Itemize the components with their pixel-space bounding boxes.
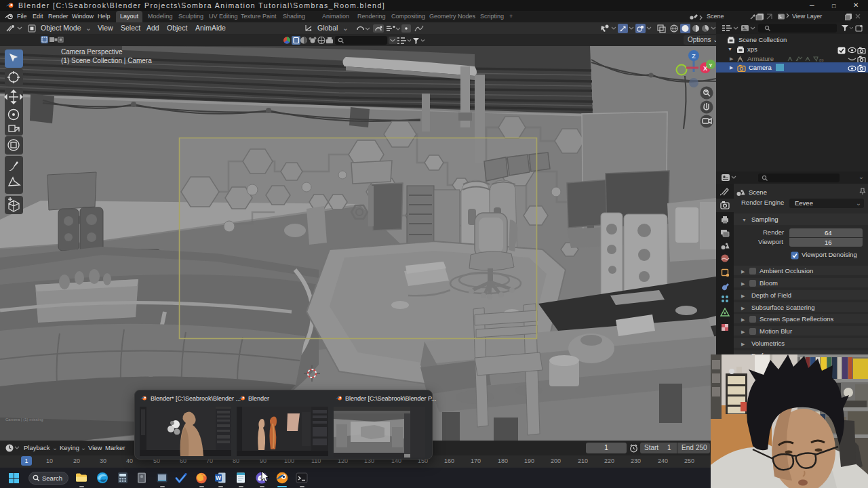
- svg-text:Camera Perspective: Camera Perspective: [61, 48, 123, 56]
- svg-text:W: W: [216, 474, 222, 481]
- svg-text:(1) Scene Collection | Camera: (1) Scene Collection | Camera: [61, 57, 152, 64]
- svg-text:Z: Z: [692, 53, 696, 60]
- svg-text:Camera | (1) missing: Camera | (1) missing: [5, 418, 43, 422]
- svg-text:Y: Y: [709, 62, 713, 68]
